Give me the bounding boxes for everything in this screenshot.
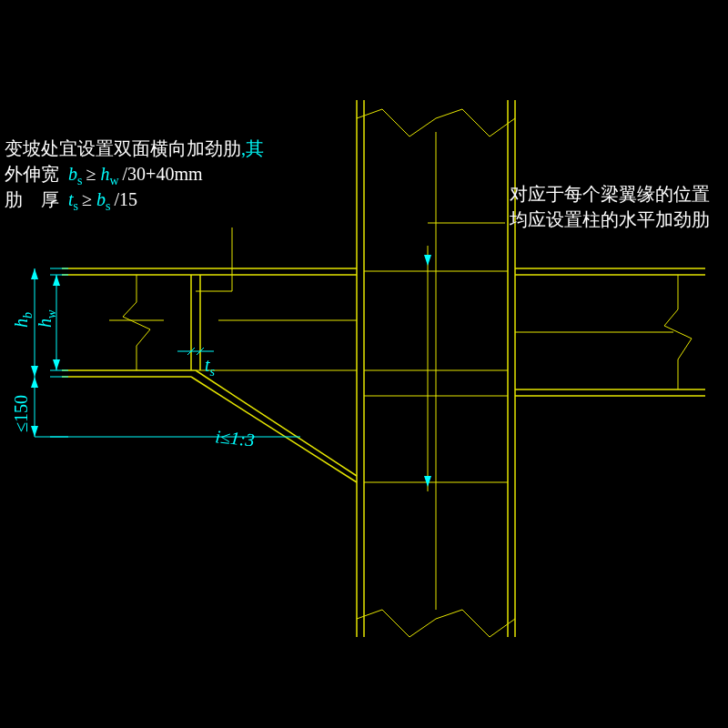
- note-right-2: 均应设置柱的水平加劲肋: [509, 209, 710, 229]
- arr-150-t: [31, 377, 38, 388]
- l-beam-break: [123, 275, 150, 370]
- column-bot-break-l: [357, 610, 436, 637]
- column-bot-break-r: [436, 610, 515, 637]
- note-right-1: 对应于每个梁翼缘的位置: [510, 184, 710, 204]
- haunch-top: [196, 370, 357, 476]
- note-left-1a: 变坡处宜设置双面横向加劲肋,其: [5, 138, 264, 158]
- slope-label: i≤1:3: [215, 426, 256, 450]
- arr-hw-b: [53, 359, 60, 370]
- cad-diagram: 变坡处宜设置双面横向加劲肋,其 外伸宽 bs ≥ hw /30+40mm 肋 厚…: [0, 0, 728, 728]
- arr-150-b: [31, 426, 38, 437]
- dim-ts-label: ts: [205, 355, 216, 379]
- dim-150-label: ≤150: [11, 395, 31, 432]
- dim-hb-label: hb: [11, 312, 35, 328]
- column-top-break-l: [357, 109, 436, 136]
- arr-hw-t: [53, 275, 60, 286]
- leader-arr-1: [424, 255, 431, 266]
- leader-arr-2: [424, 476, 431, 487]
- arr-hb-b: [31, 366, 38, 377]
- arr-hb-t: [31, 268, 38, 279]
- note-left-3: 肋 厚 ts ≥ bs /15: [5, 189, 137, 213]
- dim-hw-label: hw: [35, 309, 58, 328]
- column-top-break-r: [436, 109, 515, 136]
- note-left-2: 外伸宽 bs ≥ hw /30+40mm: [5, 164, 203, 187]
